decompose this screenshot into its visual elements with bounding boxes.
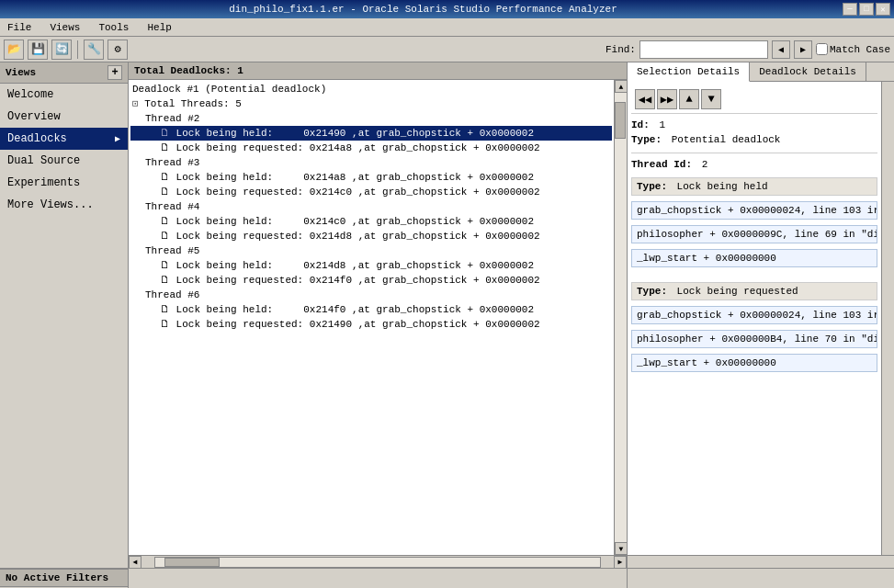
thread-id-label: Thread Id: [631,159,692,170]
sidebar-header: Views + [0,62,128,84]
detail-thread-id-row: Thread Id: 2 [631,159,877,170]
lock-req-code-1[interactable]: grab_chopstick + 0x00000024, line 103 ir [631,306,877,324]
nav-up-button[interactable]: ▲ [679,89,699,109]
tab-deadlock-details[interactable]: Deadlock Details [750,62,866,81]
sidebar-item-welcome-label: Welcome [7,88,53,101]
center-hscrollbar[interactable]: ◀ ▶ [129,555,627,568]
right-vscrollbar[interactable] [881,82,894,555]
center-header: Total Deadlocks: 1 [129,62,627,80]
sidebar-item-experiments-label: Experiments [7,176,80,189]
right-toolbar: ◀◀ ▶▶ ▲ ▼ [631,85,877,114]
tree-row-lock-held-4[interactable]: 🗋 Lock being held: 0x214c0 ,at grab_chop… [130,214,612,229]
sidebar-item-experiments[interactable]: Experiments [0,172,128,194]
filters-panel: No Active Filters ◀ ▶ ✕ 🔽 To add a filte… [0,569,129,588]
tree-row-thread6[interactable]: Thread #6 [130,288,612,302]
match-case-checkbox[interactable] [816,43,828,55]
nav-first-button[interactable]: ◀◀ [635,89,655,109]
sidebar-item-more-views[interactable]: More Views... [0,194,128,216]
center-scroll-down[interactable]: ▼ [615,542,627,555]
center-hscroll-thumb[interactable] [164,558,220,567]
lock-req-code-2[interactable]: philosopher + 0x000000B4, line 70 in "di [631,330,877,348]
tree-row-lock-req-5[interactable]: 🗋 Lock being requested: 0x214f0 ,at grab… [130,273,612,288]
nav-down-button[interactable]: ▼ [701,89,721,109]
sidebar-item-more-views-label: More Views... [7,198,94,211]
toolbar-filter[interactable]: 🔧 [84,40,104,60]
sidebar-item-dual-source[interactable]: Dual Source [0,150,128,172]
lock-held-code-3[interactable]: _lwp_start + 0x00000000 [631,249,877,267]
sidebar-item-overview-label: Overview [7,110,61,123]
tree-row-thread3[interactable]: Thread #3 [130,155,612,170]
lock-held-code-2[interactable]: philosopher + 0x0000009C, line 69 in "di [631,225,877,243]
tree-row-thread5[interactable]: Thread #5 [130,243,612,258]
center-hscroll-track[interactable] [154,557,601,568]
tree-row-lock-held-2[interactable]: 🗋 Lock being held: 0x21490 ,at grab_chop… [130,126,612,141]
tree-row-lock-req-3[interactable]: 🗋 Lock being requested: 0x214c0 ,at grab… [130,185,612,199]
match-case-area: Match Case [816,43,890,55]
tree-row-deadlock[interactable]: Deadlock #1 (Potential deadlock) [130,82,612,96]
menu-file[interactable]: File [4,20,35,35]
toolbar-separator-1 [77,40,78,59]
toolbar-save[interactable]: 💾 [28,40,48,60]
tab-selection-details[interactable]: Selection Details [628,62,750,82]
title-bar: din_philo_fix1.1.er - Oracle Solaris Stu… [0,0,894,18]
toolbar-refresh[interactable]: 🔄 [51,40,72,60]
tree-row-lock-req-4[interactable]: 🗋 Lock being requested: 0x214d8 ,at grab… [130,229,612,243]
sidebar-item-welcome[interactable]: Welcome [0,84,128,106]
tree-row-lock-req-2[interactable]: 🗋 Lock being requested: 0x214a8 ,at grab… [130,141,612,155]
type-label: Type: [631,134,662,145]
sidebar-item-deadlocks-label: Deadlocks [7,132,67,145]
center-vscrollbar[interactable]: ▲ ▼ [614,80,627,555]
detail-id-row: Id: 1 [631,119,877,130]
tree-row-thread4[interactable]: Thread #4 [130,199,612,214]
find-label: Find: [605,44,636,55]
menu-tools[interactable]: Tools [95,20,132,35]
id-value: 1 [659,119,665,130]
lock-req-code-3[interactable]: _lwp_start + 0x00000000 [631,354,877,372]
center-scroll-track[interactable] [615,93,627,542]
menu-bar: File Views Tools Help [0,18,894,37]
sidebar-item-overview[interactable]: Overview [0,106,128,128]
tree-row-lock-held-5[interactable]: 🗋 Lock being held: 0x214d8 ,at grab_chop… [130,258,612,273]
spacer-1 [631,273,877,282]
center-hscroll-right[interactable]: ▶ [614,556,627,569]
toolbar: 📂 💾 🔄 🔧 ⚙ Find: ◀ ▶ Match Case [0,37,894,62]
right-hscrollbar[interactable] [628,555,894,568]
tree-row-thread2[interactable]: Thread #2 [130,111,612,126]
find-input[interactable] [639,40,768,59]
center-scroll-up[interactable]: ▲ [615,80,627,93]
center-scroll-thumb[interactable] [615,102,626,139]
id-label: Id: [631,119,650,130]
match-case-label: Match Case [830,44,890,55]
center-content[interactable]: Deadlock #1 (Potential deadlock) ⊡ Total… [129,80,614,555]
right-bottom-spacer [628,569,894,588]
lock-req-type-label: Type: [637,286,673,297]
lock-req-type-value: Lock being requested [677,286,798,297]
sidebar-add-button[interactable]: + [108,65,122,80]
menu-help[interactable]: Help [143,20,175,35]
toolbar-open[interactable]: 📂 [4,40,24,60]
center-hscroll-left[interactable]: ◀ [129,556,141,569]
bottom-layout: No Active Filters ◀ ▶ ✕ 🔽 To add a filte… [0,568,894,588]
find-prev-button[interactable]: ◀ [772,40,790,59]
maximize-button[interactable]: □ [859,3,874,16]
find-next-button[interactable]: ▶ [794,40,812,59]
find-area: Find: ◀ ▶ Match Case [605,40,890,59]
center-bottom-spacer [129,569,628,588]
separator-1 [631,153,877,153]
menu-views[interactable]: Views [46,20,84,35]
sidebar-deadlocks-arrow: ▶ [115,133,120,144]
lock-held-code-1[interactable]: grab_chopstick + 0x00000024, line 103 ir [631,201,877,220]
nav-next-button[interactable]: ▶▶ [657,89,677,109]
tree-row-lock-req-6[interactable]: 🗋 Lock being requested: 0x21490 ,at grab… [130,317,612,332]
sidebar-item-deadlocks[interactable]: Deadlocks ▶ [0,128,128,150]
filters-header: No Active Filters [0,570,128,587]
toolbar-settings[interactable]: ⚙ [108,40,128,60]
close-button[interactable]: ✕ [876,3,890,16]
tree-row-lock-held-6[interactable]: 🗋 Lock being held: 0x214f0 ,at grab_chop… [130,302,612,317]
minimize-button[interactable]: ─ [843,3,857,16]
tree-row-lock-held-3[interactable]: 🗋 Lock being held: 0x214a8 ,at grab_chop… [130,170,612,185]
right-content: ◀◀ ▶▶ ▲ ▼ Id: 1 Type: Potential deadlock [628,82,881,555]
title-bar-title: din_philo_fix1.1.er - Oracle Solaris Stu… [4,4,843,15]
tree-row-total-threads[interactable]: ⊡ Total Threads: 5 [130,96,612,111]
type-value: Potential deadlock [672,134,781,145]
